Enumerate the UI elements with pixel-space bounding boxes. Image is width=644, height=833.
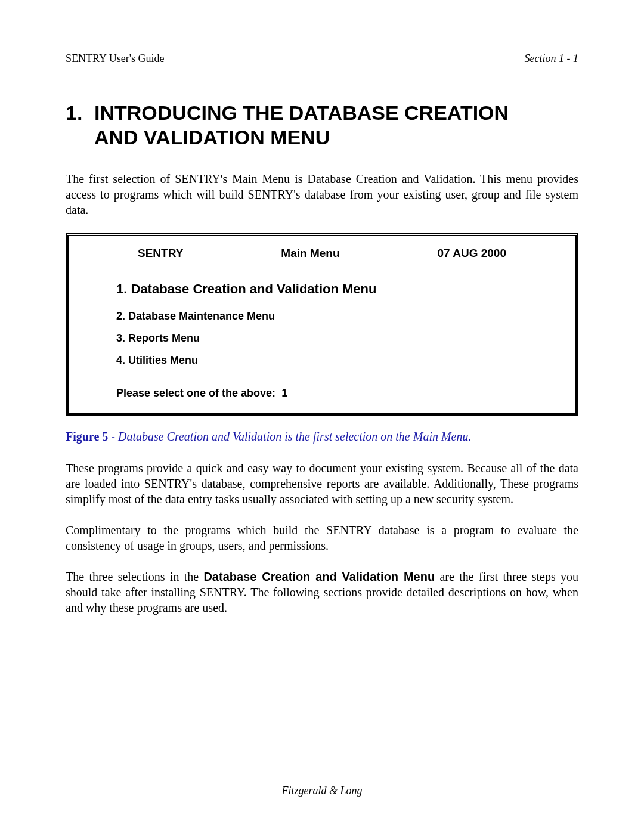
menu-prompt: Please select one of the above: 1 [116, 387, 560, 400]
intro-paragraph: The first selection of SENTRY's Main Men… [66, 171, 578, 218]
figure-text: Database Creation and Validation is the … [118, 430, 472, 443]
running-header: SENTRY User's Guide Section 1 - 1 [66, 52, 578, 65]
document-page: SENTRY User's Guide Section 1 - 1 1.INTR… [0, 0, 644, 833]
menu-item-3: 3. Reports Menu [116, 332, 560, 345]
menu-items: 1. Database Creation and Validation Menu… [116, 281, 560, 367]
menu-item-2: 2. Database Maintenance Menu [116, 310, 560, 323]
body-paragraph-2: These programs provide a quick and easy … [66, 460, 578, 507]
main-menu-box: SENTRY Main Menu 07 AUG 2000 1. Database… [66, 233, 578, 416]
section-number: 1. [66, 101, 94, 125]
figure-caption: Figure 5 - Database Creation and Validat… [66, 430, 578, 444]
menu-header-row: SENTRY Main Menu 07 AUG 2000 [138, 247, 506, 260]
header-left: SENTRY User's Guide [66, 52, 165, 65]
section-title-line1: INTRODUCING THE DATABASE CREATION [94, 101, 509, 124]
body-paragraph-3: Complimentary to the programs which buil… [66, 522, 578, 553]
body-paragraph-4: The three selections in the Database Cre… [66, 569, 578, 615]
menu-title: Main Menu [281, 247, 339, 260]
menu-prompt-label: Please select one of the above: [116, 387, 275, 399]
menu-item-4: 4. Utilities Menu [116, 354, 560, 367]
menu-app-name: SENTRY [138, 247, 183, 260]
header-right: Section 1 - 1 [525, 52, 578, 65]
page-footer: Fitzgerald & Long [0, 785, 644, 797]
para4-pre: The three selections in the [66, 570, 203, 583]
section-heading: 1.INTRODUCING THE DATABASE CREATION AND … [66, 101, 578, 150]
menu-item-1: 1. Database Creation and Validation Menu [116, 281, 560, 297]
menu-date: 07 AUG 2000 [438, 247, 506, 260]
figure-label: Figure 5 - [66, 430, 118, 443]
menu-prompt-value: 1 [281, 387, 287, 399]
section-title-line2: AND VALIDATION MENU [66, 125, 578, 150]
para4-bold: Database Creation and Validation Menu [203, 570, 435, 583]
